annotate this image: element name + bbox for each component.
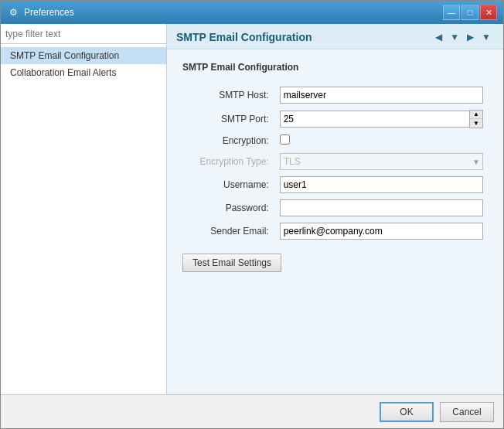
- ok-button[interactable]: OK: [380, 402, 434, 422]
- content-area: SMTP Email Configuration Collaboration E…: [1, 24, 503, 394]
- sidebar: SMTP Email Configuration Collaboration E…: [1, 24, 167, 394]
- encryption-checkbox[interactable]: [280, 134, 290, 145]
- sidebar-item-label: Collaboration Email Alerts: [10, 67, 116, 78]
- section-title: SMTP Email Configuration: [182, 62, 488, 73]
- encryption-type-select[interactable]: TLS SSL None: [280, 153, 483, 170]
- nav-buttons: ◀ ▼ ▶ ▼: [432, 30, 494, 44]
- smtp-host-field: [275, 83, 488, 107]
- window-title: Preferences: [24, 7, 74, 18]
- row-encryption-type: Encryption Type: TLS SSL None ▼: [182, 150, 488, 173]
- title-bar: ⚙ Preferences — □ ✕: [1, 1, 503, 24]
- username-field: [275, 173, 488, 196]
- port-up-button[interactable]: ▲: [470, 111, 482, 119]
- encryption-type-wrap: TLS SSL None ▼: [280, 153, 483, 170]
- username-label: Username:: [182, 173, 275, 196]
- bottom-bar: OK Cancel: [1, 394, 503, 428]
- sidebar-item-label: SMTP Email Configuration: [10, 50, 119, 61]
- panel-title: SMTP Email Configuration: [176, 31, 312, 43]
- sidebar-items: SMTP Email Configuration Collaboration E…: [1, 44, 166, 84]
- close-button[interactable]: ✕: [480, 5, 497, 20]
- panel-body: SMTP Email Configuration SMTP Host: SMT: [167, 49, 503, 394]
- smtp-port-label: SMTP Port:: [182, 107, 275, 131]
- panel-header: SMTP Email Configuration ◀ ▼ ▶ ▼: [167, 24, 503, 49]
- smtp-host-input[interactable]: [280, 87, 483, 104]
- maximize-button[interactable]: □: [461, 5, 478, 20]
- row-username: Username:: [182, 173, 488, 196]
- filter-input[interactable]: [1, 24, 166, 44]
- nav-forward-button[interactable]: ▶: [464, 30, 477, 44]
- username-input[interactable]: [280, 176, 483, 193]
- test-email-button[interactable]: Test Email Settings: [182, 254, 281, 272]
- encryption-field: [275, 131, 488, 150]
- encryption-label: Encryption:: [182, 131, 275, 150]
- port-down-button[interactable]: ▼: [470, 119, 482, 128]
- smtp-host-label: SMTP Host:: [182, 83, 275, 107]
- port-spinners: ▲ ▼: [469, 110, 483, 128]
- encryption-type-field: TLS SSL None ▼: [275, 150, 488, 173]
- row-password: Password:: [182, 196, 488, 220]
- window-icon: ⚙: [7, 6, 19, 19]
- sender-email-field: [275, 220, 488, 243]
- row-smtp-host: SMTP Host:: [182, 83, 488, 107]
- nav-dropdown-back[interactable]: ▼: [447, 30, 462, 44]
- nav-dropdown-forward[interactable]: ▼: [478, 30, 494, 44]
- preferences-window: ⚙ Preferences — □ ✕ SMTP Email Configura…: [0, 0, 504, 429]
- sidebar-item-collab[interactable]: Collaboration Email Alerts: [1, 64, 166, 81]
- password-input[interactable]: [280, 199, 483, 216]
- title-bar-left: ⚙ Preferences: [7, 6, 74, 19]
- minimize-button[interactable]: —: [443, 5, 460, 20]
- nav-back-button[interactable]: ◀: [432, 30, 445, 44]
- smtp-port-field: ▲ ▼: [275, 107, 488, 131]
- encryption-type-label: Encryption Type:: [182, 150, 275, 173]
- row-sender-email: Sender Email:: [182, 220, 488, 243]
- cancel-button[interactable]: Cancel: [440, 402, 494, 422]
- password-field: [275, 196, 488, 220]
- port-input-wrap: ▲ ▼: [280, 110, 483, 128]
- main-panel: SMTP Email Configuration ◀ ▼ ▶ ▼ SMTP Em…: [167, 24, 503, 394]
- row-encryption: Encryption:: [182, 131, 488, 150]
- password-label: Password:: [182, 196, 275, 220]
- sender-email-input[interactable]: [280, 223, 483, 240]
- sidebar-item-smtp[interactable]: SMTP Email Configuration: [1, 47, 166, 64]
- title-bar-buttons: — □ ✕: [443, 5, 497, 20]
- row-smtp-port: SMTP Port: ▲ ▼: [182, 107, 488, 131]
- smtp-port-input[interactable]: [280, 111, 469, 128]
- form-table: SMTP Host: SMTP Port:: [182, 83, 488, 243]
- sender-email-label: Sender Email:: [182, 220, 275, 243]
